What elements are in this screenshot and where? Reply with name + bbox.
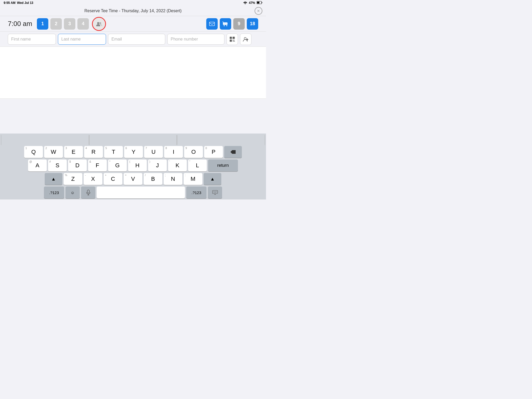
key-g[interactable]: *G <box>108 159 127 171</box>
key-s[interactable]: #S <box>48 159 67 171</box>
key-w[interactable]: 2W <box>44 146 63 158</box>
keyboard[interactable]: 1Q 2W 3E 4R 5T 6Y 7U 8I 9O 0P @A #S $D &… <box>0 134 266 200</box>
player-btn-2-label: 2 <box>55 21 57 26</box>
first-name-input[interactable] <box>8 34 56 45</box>
key-o[interactable]: 9O <box>184 146 203 158</box>
numbers-key-right-label: .?123 <box>191 190 201 195</box>
space-key[interactable] <box>97 187 185 198</box>
numbers-key-left[interactable]: .?123 <box>44 187 64 198</box>
svg-point-7 <box>224 25 225 26</box>
svg-rect-16 <box>234 40 235 40</box>
time-display: 9:55 AM <box>4 1 16 5</box>
backspace-key[interactable] <box>224 146 242 158</box>
qr-scan-button[interactable] <box>227 34 238 45</box>
key-z[interactable]: %Z <box>64 173 82 185</box>
player-btn-1-label: 1 <box>41 21 44 26</box>
shift-right-icon: ▲ <box>210 176 215 182</box>
svg-rect-19 <box>234 41 235 42</box>
cart-button[interactable] <box>220 18 231 30</box>
input-row <box>0 32 266 47</box>
svg-rect-26 <box>212 190 218 194</box>
player-btn-4-label: 4 <box>82 21 84 26</box>
date-display: Wed Jul 13 <box>17 1 33 5</box>
key-x[interactable]: -X <box>84 173 102 185</box>
key-n[interactable]: ;N <box>164 173 182 185</box>
keyboard-rows: 1Q 2W 3E 4R 5T 6Y 7U 8I 9O 0P @A #S $D &… <box>1 146 265 198</box>
bottom-key-row: .?123 ☺ .?123 <box>1 187 265 198</box>
email-button[interactable] <box>206 18 218 30</box>
svg-rect-10 <box>230 37 231 38</box>
svg-point-20 <box>244 37 246 39</box>
svg-point-8 <box>226 25 227 26</box>
key-e[interactable]: 3E <box>64 146 83 158</box>
content-area <box>0 47 266 99</box>
key-p[interactable]: 0P <box>204 146 223 158</box>
key-row-1: 1Q 2W 3E 4R 5T 6Y 7U 8I 9O 0P <box>1 146 265 158</box>
suggestion-right[interactable] <box>177 135 265 145</box>
svg-rect-23 <box>87 190 89 193</box>
group-icon-button[interactable] <box>92 17 106 31</box>
key-d[interactable]: $D <box>68 159 87 171</box>
status-bar: 9:55 AM Wed Jul 13 47% <box>0 0 266 6</box>
key-v[interactable]: =V <box>124 173 142 185</box>
player-btn-3[interactable]: 3 <box>64 18 75 30</box>
key-j[interactable]: )J <box>148 159 167 171</box>
numbers-key-right[interactable]: .?123 <box>186 187 207 198</box>
last-name-input[interactable] <box>58 34 106 45</box>
add-person-button[interactable] <box>240 34 251 45</box>
key-row-2: @A #S $D &F *G (H )J 'K "L return <box>1 159 265 171</box>
keyboard-dismiss-key[interactable] <box>208 187 222 198</box>
shift-key-right[interactable]: ▲ <box>204 173 221 185</box>
emoji-key[interactable]: ☺ <box>65 187 80 198</box>
key-row-3: ▲ %Z -X +C =V /B ;N :M ▲ <box>1 173 265 185</box>
player-btn-1[interactable]: 1 <box>37 18 48 30</box>
key-f[interactable]: &F <box>88 159 107 171</box>
player-btn-3-label: 3 <box>68 21 71 26</box>
suggestion-left[interactable] <box>1 135 89 145</box>
key-t[interactable]: 5T <box>104 146 123 158</box>
suggestion-center[interactable] <box>89 135 177 145</box>
key-a[interactable]: @A <box>28 159 47 171</box>
key-h[interactable]: (H <box>128 159 147 171</box>
key-q[interactable]: 1Q <box>24 146 43 158</box>
numbers-key-left-label: .?123 <box>49 190 59 195</box>
svg-point-3 <box>97 22 99 24</box>
svg-rect-18 <box>233 41 234 42</box>
shift-key-left[interactable]: ▲ <box>45 173 62 185</box>
wifi-icon <box>243 1 247 5</box>
svg-rect-2 <box>257 2 260 3</box>
email-input[interactable] <box>108 34 165 45</box>
svg-rect-1 <box>262 2 262 3</box>
close-button[interactable]: ✕ <box>255 7 262 15</box>
emoji-icon: ☺ <box>71 190 75 195</box>
svg-rect-5 <box>209 22 215 26</box>
key-c[interactable]: +C <box>104 173 122 185</box>
key-m[interactable]: :M <box>184 173 202 185</box>
key-i[interactable]: 8I <box>164 146 183 158</box>
tee-time-row: 7:00 am 1 2 3 4 <box>0 16 266 32</box>
suggestion-bar <box>1 135 265 145</box>
shift-left-icon: ▲ <box>51 176 56 182</box>
svg-rect-15 <box>233 40 234 41</box>
key-l[interactable]: "L <box>188 159 207 171</box>
key-u[interactable]: 7U <box>144 146 163 158</box>
tee-time-label: 7:00 am <box>8 20 32 28</box>
key-k[interactable]: 'K <box>168 159 187 171</box>
phone-input[interactable] <box>167 34 224 45</box>
return-key[interactable]: return <box>208 159 238 171</box>
key-b[interactable]: /B <box>144 173 162 185</box>
svg-rect-14 <box>230 40 231 41</box>
player-btn-2[interactable]: 2 <box>50 18 62 30</box>
key-r[interactable]: 4R <box>84 146 103 158</box>
battery-display: 47% <box>249 1 255 5</box>
close-icon: ✕ <box>257 9 260 13</box>
mic-key[interactable] <box>81 187 95 198</box>
badge-18: 18 <box>247 18 258 30</box>
svg-rect-17 <box>234 41 234 41</box>
battery-icon <box>257 1 262 5</box>
page-title: Reserve Tee Time - Thursday, July 14, 20… <box>84 9 182 13</box>
title-bar: Reserve Tee Time - Thursday, July 14, 20… <box>0 6 266 16</box>
svg-rect-12 <box>233 37 234 38</box>
key-y[interactable]: 6Y <box>124 146 143 158</box>
player-btn-4[interactable]: 4 <box>77 18 89 30</box>
